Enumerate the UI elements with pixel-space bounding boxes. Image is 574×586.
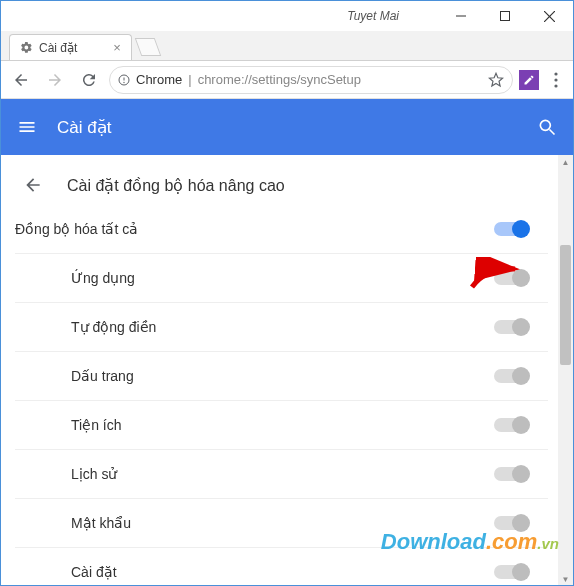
browser-toolbar: Chrome | chrome://settings/syncSetup [1, 61, 573, 99]
svg-point-9 [554, 84, 557, 87]
appbar-title: Cài đặt [57, 117, 537, 138]
svg-point-10 [540, 120, 550, 130]
sync-all-row: Đồng bộ hóa tất cả [9, 205, 548, 253]
address-bar[interactable]: Chrome | chrome://settings/syncSetup [109, 66, 513, 94]
sync-item-label: Dấu trang [71, 368, 134, 384]
page-header: Cài đặt đồng bộ hóa nâng cao [9, 155, 548, 205]
scroll-up-arrow[interactable]: ▲ [558, 155, 573, 170]
sync-item-toggle-settings[interactable] [494, 565, 528, 579]
svg-point-7 [554, 72, 557, 75]
reload-button[interactable] [75, 66, 103, 94]
sync-item-row: Tự động điền [15, 302, 548, 351]
sync-item-label: Lịch sử [71, 466, 117, 482]
sync-item-row: Cài đặt [15, 547, 548, 586]
new-tab-button[interactable] [135, 38, 162, 56]
page-back-button[interactable] [23, 175, 43, 195]
window-close-button[interactable] [527, 2, 571, 30]
sync-item-row: Ứng dụng [15, 253, 548, 302]
page-title: Cài đặt đồng bộ hóa nâng cao [67, 176, 285, 195]
hamburger-icon[interactable] [17, 117, 37, 137]
svg-line-11 [550, 130, 555, 135]
bookmark-star-icon[interactable] [488, 72, 504, 88]
settings-appbar: Cài đặt [1, 99, 573, 155]
browser-tabstrip: Cài đặt × [1, 31, 573, 61]
settings-content: Cài đặt đồng bộ hóa nâng cao Đồng bộ hóa… [1, 155, 558, 586]
window-username: Tuyet Mai [347, 9, 399, 23]
sync-item-toggle-apps[interactable] [494, 271, 528, 285]
browser-tab[interactable]: Cài đặt × [9, 34, 132, 60]
sync-item-label: Tự động điền [71, 319, 156, 335]
sync-item-label: Mật khẩu [71, 515, 131, 531]
forward-button[interactable] [41, 66, 69, 94]
window-minimize-button[interactable] [439, 2, 483, 30]
svg-point-8 [554, 78, 557, 81]
back-button[interactable] [7, 66, 35, 94]
sync-item-row: Dấu trang [15, 351, 548, 400]
sync-item-label: Cài đặt [71, 564, 117, 580]
secure-icon [118, 74, 130, 86]
sync-all-toggle[interactable] [494, 222, 528, 236]
sync-item-row: Lịch sử [15, 449, 548, 498]
gear-icon [20, 41, 33, 54]
svg-rect-1 [501, 12, 510, 21]
search-icon[interactable] [537, 117, 557, 137]
window-maximize-button[interactable] [483, 2, 527, 30]
sync-item-toggle-extensions[interactable] [494, 418, 528, 432]
extension-icon[interactable] [519, 70, 539, 90]
url-path: chrome://settings/syncSetup [198, 72, 361, 87]
sync-item-row: Mật khẩu [15, 498, 548, 547]
url-origin: Chrome [136, 72, 182, 87]
tab-close-icon[interactable]: × [113, 40, 121, 55]
sync-item-label: Tiện ích [71, 417, 122, 433]
tab-title: Cài đặt [39, 41, 77, 55]
sync-item-toggle-autofill[interactable] [494, 320, 528, 334]
browser-menu-button[interactable] [545, 72, 567, 88]
scroll-down-arrow[interactable]: ▼ [558, 572, 573, 586]
scrollbar-thumb[interactable] [560, 245, 571, 365]
window-titlebar: Tuyet Mai [1, 1, 573, 31]
sync-item-label: Ứng dụng [71, 270, 135, 286]
vertical-scrollbar[interactable]: ▲ ▼ [558, 155, 573, 586]
sync-item-row: Tiện ích [15, 400, 548, 449]
svg-point-6 [123, 81, 124, 82]
sync-item-toggle-passwords[interactable] [494, 516, 528, 530]
sync-all-label: Đồng bộ hóa tất cả [15, 221, 138, 237]
sync-item-toggle-history[interactable] [494, 467, 528, 481]
sync-item-toggle-bookmarks[interactable] [494, 369, 528, 383]
